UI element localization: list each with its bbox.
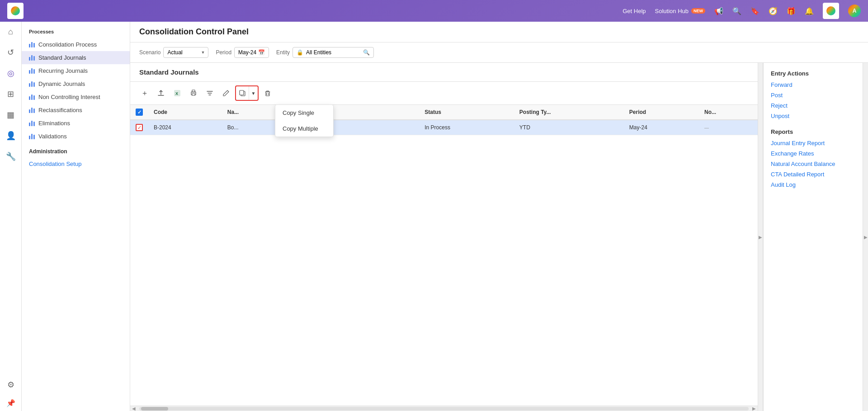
- svg-rect-6: [240, 90, 244, 95]
- row-checkbox[interactable]: ✓: [136, 124, 143, 131]
- edit-button[interactable]: [219, 86, 233, 100]
- person-icon[interactable]: 👤: [4, 129, 18, 142]
- bars-icon: [29, 108, 35, 113]
- row-checkbox-cell: ✓: [130, 120, 148, 135]
- compass-icon[interactable]: 🧭: [769, 7, 778, 15]
- megaphone-icon[interactable]: 📢: [714, 7, 723, 15]
- settings-icon[interactable]: ⚙: [5, 378, 16, 392]
- copy-button[interactable]: ▼: [235, 85, 259, 101]
- sidebar-item-dynamic-journals[interactable]: Dynamic Journals: [22, 77, 130, 90]
- svg-rect-4: [192, 94, 195, 95]
- solution-hub-link[interactable]: Solution Hub NEW: [655, 8, 705, 14]
- home-icon[interactable]: ⌂: [6, 25, 15, 38]
- sidebar: Processes Consolidation Process Standard…: [22, 22, 130, 411]
- reports-section: Reports Journal Entry Report Exchange Ra…: [771, 128, 855, 188]
- bars-icon: [29, 121, 35, 126]
- col-notes[interactable]: No...: [699, 105, 758, 120]
- cell-posting-type: YTD: [514, 120, 624, 135]
- print-button[interactable]: [186, 86, 201, 100]
- cell-code: B-2024: [148, 120, 222, 135]
- upload-button[interactable]: [154, 86, 168, 100]
- scrollbar-thumb[interactable]: [141, 407, 168, 411]
- bars-icon: [29, 134, 35, 139]
- period-input[interactable]: May-24 📅: [234, 47, 269, 58]
- bars-icon: [29, 68, 35, 74]
- bars-icon: [29, 81, 35, 87]
- sidebar-item-consolidation-process[interactable]: Consolidation Process: [22, 38, 130, 51]
- content-area: Consolidation Control Panel Scenario Act…: [130, 22, 868, 411]
- post-link[interactable]: Post: [771, 92, 855, 99]
- lock-icon: 🔒: [297, 49, 303, 56]
- excel-button[interactable]: X: [170, 86, 184, 100]
- gift-icon[interactable]: 🎁: [787, 7, 796, 15]
- left-rail: ⌂ ↺ ◎ ⊞ ▦ 👤 🔧 ⚙ 📌: [0, 22, 22, 411]
- sidebar-item-standard-journals[interactable]: Standard Journals: [22, 51, 130, 64]
- right-panel: Entry Actions Forward Post Reject Unpost…: [763, 63, 863, 411]
- pin-icon[interactable]: 📌: [6, 399, 15, 407]
- nav-left: [7, 3, 24, 19]
- copy-icon: [236, 86, 249, 100]
- processes-title: Processes: [22, 29, 130, 38]
- entity-filter: Entity 🔒 All Entities 🔍: [276, 47, 374, 58]
- table-row[interactable]: ✓ B-2024 Bo... Adjustments (CC) In Proce…: [130, 120, 758, 135]
- scenario-select[interactable]: Actual: [163, 47, 208, 58]
- filter-button[interactable]: [203, 86, 217, 100]
- audit-log-link[interactable]: Audit Log: [771, 181, 855, 188]
- right-collapse-handle[interactable]: ▶: [758, 63, 763, 411]
- entity-search-icon: 🔍: [363, 49, 370, 56]
- horizontal-scrollbar[interactable]: ◀ ▶: [130, 406, 758, 411]
- copy-single-item[interactable]: Copy Single: [275, 105, 333, 121]
- page-title: Consolidation Control Panel: [139, 27, 859, 37]
- sidebar-item-validations[interactable]: Validations: [22, 130, 130, 143]
- unpost-link[interactable]: Unpost: [771, 113, 855, 119]
- scrollbar-track: [139, 407, 749, 411]
- content-split: Standard Journals ＋ X: [130, 63, 868, 411]
- scenario-label: Scenario: [139, 49, 160, 56]
- search-icon[interactable]: 🔍: [732, 7, 741, 15]
- col-name[interactable]: Na...: [222, 105, 280, 120]
- header-checkbox[interactable]: ✓: [136, 109, 143, 116]
- copy-multiple-item[interactable]: Copy Multiple: [275, 121, 333, 137]
- add-button[interactable]: ＋: [137, 86, 152, 100]
- bell-icon[interactable]: 🔔: [805, 7, 814, 15]
- entity-search[interactable]: 🔒 All Entities 🔍: [292, 47, 374, 58]
- journals-table-container: ✓ Code Na... Reporting Status Posting Ty…: [130, 105, 758, 406]
- target-icon[interactable]: ◎: [5, 66, 16, 80]
- natural-account-balance-link[interactable]: Natural Account Balance: [771, 161, 855, 167]
- col-period[interactable]: Period: [624, 105, 699, 120]
- cell-notes: —: [699, 120, 758, 135]
- reports-title: Reports: [771, 128, 855, 135]
- sidebar-item-eliminations[interactable]: Eliminations: [22, 117, 130, 130]
- delete-button[interactable]: [260, 86, 275, 100]
- sidebar-item-reclassifications[interactable]: Reclassifications: [22, 104, 130, 117]
- activity-icon[interactable]: ↺: [5, 46, 16, 59]
- exchange-rates-link[interactable]: Exchange Rates: [771, 150, 855, 157]
- col-code[interactable]: Code: [148, 105, 222, 120]
- sidebar-item-recurring-journals[interactable]: Recurring Journals: [22, 64, 130, 77]
- check-icon: ✓: [137, 109, 142, 115]
- grid-icon[interactable]: ⊞: [5, 87, 16, 101]
- sidebar-item-consolidation-setup[interactable]: Consolidation Setup: [22, 157, 130, 170]
- sidebar-item-non-controlling-interest[interactable]: Non Controlling Interest: [22, 90, 130, 104]
- logo-icon[interactable]: [823, 3, 839, 19]
- cta-detailed-report-link[interactable]: CTA Detailed Report: [771, 171, 855, 178]
- col-status[interactable]: Status: [419, 105, 514, 120]
- entry-actions-section: Entry Actions Forward Post Reject Unpost: [771, 70, 855, 119]
- journals-table: ✓ Code Na... Reporting Status Posting Ty…: [130, 105, 758, 135]
- nav-right: Get Help Solution Hub NEW 📢 🔍 🔖 🧭 🎁 🔔 A: [623, 3, 861, 19]
- user-avatar[interactable]: A: [848, 5, 861, 17]
- bookmark-icon[interactable]: 🔖: [750, 7, 760, 15]
- col-posting-type[interactable]: Posting Ty...: [514, 105, 624, 120]
- svg-rect-7: [266, 92, 269, 96]
- forward-link[interactable]: Forward: [771, 81, 855, 88]
- reject-link[interactable]: Reject: [771, 102, 855, 109]
- chart-icon[interactable]: ▦: [5, 108, 16, 122]
- period-filter: Period May-24 📅: [216, 47, 269, 58]
- far-right-handle[interactable]: ▶: [863, 63, 868, 411]
- app-logo[interactable]: [7, 3, 24, 19]
- get-help-link[interactable]: Get Help: [623, 8, 646, 14]
- copy-dropdown-arrow[interactable]: ▼: [249, 86, 258, 100]
- puzzle-icon[interactable]: 🔧: [4, 150, 18, 163]
- journal-entry-report-link[interactable]: Journal Entry Report: [771, 140, 855, 146]
- cell-period: May-24: [624, 120, 699, 135]
